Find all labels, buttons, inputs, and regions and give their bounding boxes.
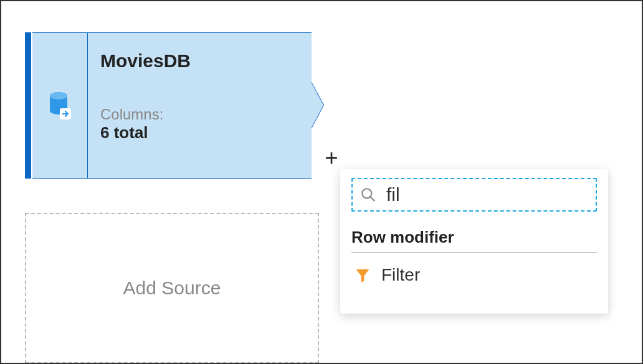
node-drag-handle[interactable] xyxy=(25,32,32,179)
node-title: MoviesDB xyxy=(100,50,299,72)
node-body: MoviesDB Columns: 6 total xyxy=(87,32,312,179)
transformation-flyout: Row modifier Filter xyxy=(340,169,608,314)
svg-line-4 xyxy=(370,197,374,201)
node-columns-label: Columns: xyxy=(100,106,299,123)
node-columns-total: 6 total xyxy=(100,123,299,142)
add-source-label: Add Source xyxy=(123,278,221,299)
menu-item-filter[interactable]: Filter xyxy=(351,261,597,289)
node-icon-section xyxy=(32,32,87,179)
database-source-icon xyxy=(47,91,72,121)
add-source-placeholder[interactable]: Add Source xyxy=(25,213,319,363)
source-node[interactable]: MoviesDB Columns: 6 total xyxy=(25,32,312,179)
search-box[interactable] xyxy=(351,178,597,212)
svg-point-1 xyxy=(50,92,67,100)
flyout-section-header: Row modifier xyxy=(351,228,597,253)
menu-item-label: Filter xyxy=(381,265,420,285)
search-icon xyxy=(360,187,376,203)
canvas-frame: MoviesDB Columns: 6 total + Add Source R… xyxy=(0,0,643,364)
filter-icon xyxy=(354,266,371,284)
search-input[interactable] xyxy=(386,184,588,205)
